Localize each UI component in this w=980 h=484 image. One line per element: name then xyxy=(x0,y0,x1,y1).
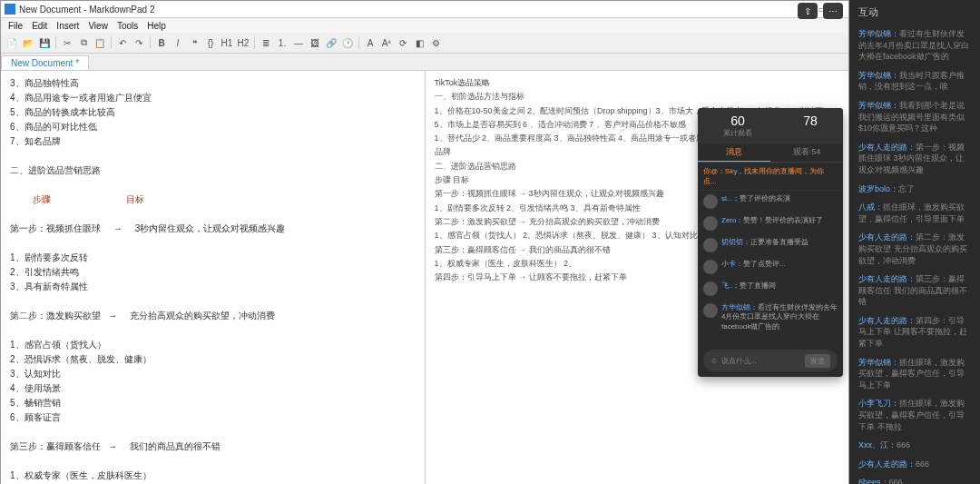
stream-chat-overlay: 60累计观看 78 消息 观看·54 你@：Sky，找未用你的直播间，为你点..… xyxy=(698,108,843,377)
side-chat-entry: 八戒：抓住眼球，激发购买欲望，赢得信任，引导里面下单 xyxy=(849,198,980,228)
side-chat-entry: 小李飞刀：抓住眼球，激发购买欲望，赢得客户信任，引导下单 不拖拉 xyxy=(849,394,980,436)
h2-icon[interactable]: H2 xyxy=(236,35,250,50)
editor-line[interactable]: 二、进阶选品营销思路 xyxy=(10,163,416,178)
menu-help[interactable]: Help xyxy=(143,20,170,32)
editor-line[interactable] xyxy=(10,323,416,338)
preview-icon[interactable]: ◧ xyxy=(412,35,426,50)
editor-line[interactable]: 5、商品的转换成本比较高 xyxy=(10,105,416,120)
copy-icon[interactable]: ⧉ xyxy=(76,35,91,50)
side-chat-entry: 波罗bolo：忘了 xyxy=(849,180,980,199)
app-logo-icon xyxy=(5,4,15,15)
menu-edit[interactable]: Edit xyxy=(28,20,51,32)
paste-icon[interactable]: 📋 xyxy=(93,35,107,50)
side-chat-entry: 少有人走的路：666 xyxy=(849,455,980,474)
bold-icon[interactable]: B xyxy=(154,35,169,50)
quote-icon[interactable]: ❝ xyxy=(187,35,201,50)
editor-line[interactable]: 3、商品独特性高 xyxy=(10,76,416,91)
editor-line[interactable]: 1、感官占领（货找人） xyxy=(10,338,416,352)
ol-icon[interactable]: 1. xyxy=(275,35,289,50)
open-icon[interactable]: 📂 xyxy=(21,35,35,50)
new-icon[interactable]: 📄 xyxy=(5,35,19,50)
editor-line[interactable] xyxy=(10,425,416,440)
overlay-input[interactable]: ☺ 说点什么... 发送 xyxy=(703,350,838,371)
overlay-send-button[interactable]: 发送 xyxy=(805,354,830,368)
editor-line[interactable] xyxy=(10,149,416,163)
side-chat-entry: 芳华似锦：抓住眼球，激发购买欲望，赢得客户信任，引导马上下单 xyxy=(849,353,980,395)
editor-line[interactable]: 3、具有新奇特属性 xyxy=(10,280,416,294)
editor-pane[interactable]: 3、商品独特性高4、商品用途专一或者用途广且便宜5、商品的转换成本比较高6、商品… xyxy=(1,71,426,484)
editor-line[interactable]: 第二步：激发购买欲望 → 充分抬高观众的购买欲望，冲动消费 xyxy=(10,309,416,323)
editor-line[interactable]: 4、商品用途专一或者用途广且便宜 xyxy=(10,91,416,105)
editor-line[interactable]: 第三步：赢得顾客信任 → 我们的商品真的很不错 xyxy=(10,440,416,454)
stream-top-chips: ⇪ ⋯ xyxy=(798,3,843,19)
overlay-count-2: 78 xyxy=(803,114,818,128)
editor-line[interactable] xyxy=(10,178,416,193)
editor-line[interactable] xyxy=(10,236,416,251)
side-chat-entry: 6bees：666 xyxy=(849,473,980,484)
window-title: New Document - MarkdownPad 2 xyxy=(19,5,799,15)
menu-tools[interactable]: Tools xyxy=(113,20,142,32)
italic-icon[interactable]: I xyxy=(171,35,185,50)
editor-line[interactable]: 6、顾客证言 xyxy=(10,410,416,425)
overlay-message: 方华似锦：看过有生财伙伴发的去年4月份卖口罩是找人穿白大褂在facebook做广… xyxy=(698,300,843,335)
link-icon[interactable]: 🔗 xyxy=(324,35,338,50)
editor-line[interactable]: 1、权威专家（医生，皮肤科医生） xyxy=(10,469,416,483)
editor-line[interactable] xyxy=(10,207,416,222)
avatar xyxy=(703,194,718,209)
document-tab[interactable]: New Document * xyxy=(1,55,89,70)
side-chat-entry: 少有人走的路：第一步：视频抓住眼球 3秒内留住观众，让观众对视频感兴趣 xyxy=(849,138,980,180)
menu-file[interactable]: File xyxy=(5,20,26,32)
editor-line[interactable]: 2、引发情绪共鸣 xyxy=(10,265,416,280)
settings-icon[interactable]: ⚙ xyxy=(428,35,443,50)
code-icon[interactable]: {} xyxy=(203,35,218,50)
overlay-tab-messages[interactable]: 消息 xyxy=(698,143,770,162)
cut-icon[interactable]: ✂ xyxy=(60,35,74,50)
side-chat-entry: 少有人走的路：第三步：赢得顾客信任 我们的商品真的很不错 xyxy=(849,270,980,311)
share-chip[interactable]: ⇪ xyxy=(798,3,818,19)
editor-line[interactable]: 3、认知对比 xyxy=(10,367,416,381)
editor-line[interactable]: 7、知名品牌 xyxy=(10,134,416,149)
avatar xyxy=(703,303,718,318)
hr-icon[interactable]: — xyxy=(291,35,306,50)
editor-line[interactable]: 6、商品的可对比性低 xyxy=(10,120,416,134)
stream-side-panel: 互动 芳华似锦：看过有生财伙伴发的去年4月份卖口罩是找人穿白大褂在faceboo… xyxy=(849,0,980,484)
overlay-tab-viewers[interactable]: 观看·54 xyxy=(770,143,843,162)
ul-icon[interactable]: ≣ xyxy=(259,35,273,50)
smile-icon[interactable]: ☺ xyxy=(710,357,718,365)
side-chat-entry: 芳华似锦：我看到那个老是说我们搬运的视频号里面有类似$10你愿意买吗？这种 xyxy=(849,96,980,138)
titlebar: New Document - MarkdownPad 2 — ▭ ✕ xyxy=(1,1,848,18)
editor-line[interactable]: 5、畅销营销 xyxy=(10,396,416,410)
time-icon[interactable]: 🕑 xyxy=(340,35,355,50)
refresh-icon[interactable]: ⟳ xyxy=(396,35,410,50)
editor-line[interactable] xyxy=(10,454,416,469)
avatar xyxy=(703,282,718,296)
menu-view[interactable]: View xyxy=(84,20,112,32)
editor-line[interactable]: 1、剧情要多次反转 xyxy=(10,251,416,265)
avatar xyxy=(703,216,718,231)
editor-line[interactable] xyxy=(10,294,416,309)
side-chat-entry: 少有人走的路：第四步：引导马上下单 让顾客不要拖拉，赶紧下单 xyxy=(849,311,980,353)
app-window: ⇪ ⋯ New Document - MarkdownPad 2 — ▭ ✕ F… xyxy=(0,0,849,484)
avatar xyxy=(703,238,718,252)
editor-line[interactable]: 4、使用场景 xyxy=(10,381,416,396)
h1-icon[interactable]: H1 xyxy=(220,35,234,50)
overlay-message: 小卡：赞了点赞评... xyxy=(698,256,843,278)
img-icon[interactable]: 🖼 xyxy=(308,35,322,50)
menu-insert[interactable]: Insert xyxy=(53,20,83,32)
avatar xyxy=(703,260,718,274)
font-aa-icon[interactable]: Aᵃ xyxy=(379,35,394,50)
preview-title: TikTok选品策略 xyxy=(435,76,840,90)
font-a-icon[interactable]: A xyxy=(363,35,377,50)
save-icon[interactable]: 💾 xyxy=(37,35,52,50)
side-chat-entry: 芳华似锦：我当时只跟客户推销，没有想到这一点，唉 xyxy=(849,66,980,96)
side-chat-entry: Xxx、江：666 xyxy=(849,436,980,455)
editor-line[interactable]: 2、恐惧诉求（熬夜、脱发、健康） xyxy=(10,352,416,367)
editor-line[interactable]: 第一步：视频抓住眼球 → 3秒内留住观众，让观众对视频感兴趣 xyxy=(10,222,416,236)
undo-icon[interactable]: ↶ xyxy=(115,35,130,50)
overlay-count-1: 60 xyxy=(723,114,752,128)
tab-strip: New Document * xyxy=(1,54,848,71)
redo-icon[interactable]: ↷ xyxy=(132,35,146,50)
menubar: File Edit Insert View Tools Help xyxy=(1,18,848,33)
editor-line[interactable]: 步骤 目标 xyxy=(10,193,416,207)
more-chip[interactable]: ⋯ xyxy=(823,3,843,19)
